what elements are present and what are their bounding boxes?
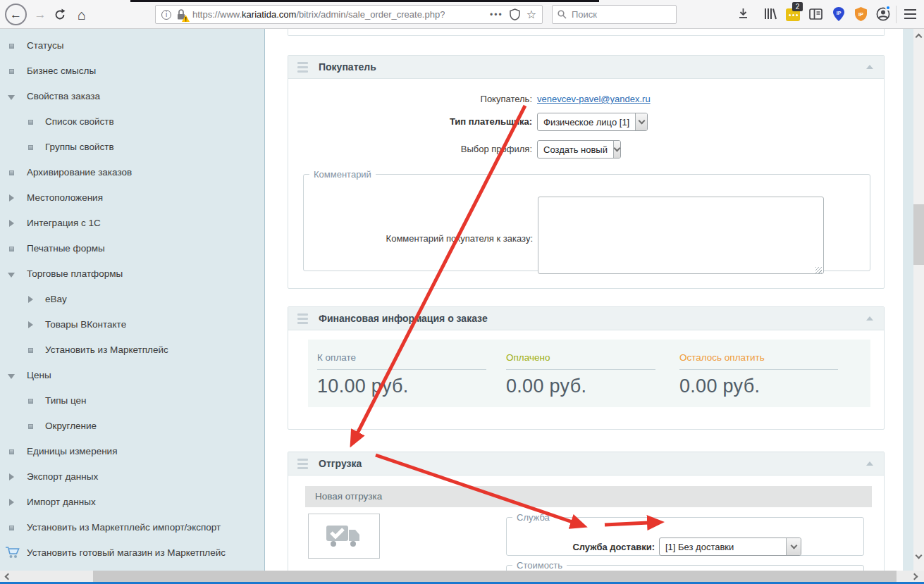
svg-text:IP: IP (858, 11, 863, 18)
triangle-right-icon[interactable] (28, 321, 33, 328)
collapse-arrow-icon[interactable] (866, 65, 873, 69)
cart-icon (5, 546, 20, 562)
sidebar-item-statuses[interactable]: Статусы (0, 33, 264, 58)
sidebar-item-print-forms[interactable]: Печатные формы (0, 236, 264, 261)
section-title: Отгрузка (319, 458, 362, 469)
sidebar-item-data-export[interactable]: Экспорт данных (0, 464, 264, 490)
scroll-down-button[interactable] (916, 552, 923, 559)
page-info-icon[interactable]: i (161, 10, 171, 20)
triangle-down-icon[interactable] (8, 273, 15, 278)
sidebar-item-trading-platforms[interactable]: Торговые платформы (0, 261, 264, 287)
select-dropdown-button[interactable] (786, 538, 801, 555)
ip-shield-extension-button[interactable]: IP (855, 7, 867, 21)
bullet-icon (28, 399, 33, 404)
sidebar-item-install-marketplace[interactable]: Установить из Маркетплейс (0, 337, 264, 363)
triangle-right-icon[interactable] (9, 194, 14, 201)
page-margin-strip (903, 29, 913, 571)
scroll-up-button[interactable] (916, 34, 923, 41)
profile-label: Выбор профиля: (310, 144, 532, 154)
sidebar-item-ebay[interactable]: eBay (0, 287, 264, 312)
triangle-down-icon[interactable] (8, 95, 15, 100)
sidebar-panel-button[interactable] (809, 8, 823, 20)
vertical-scroll-thumb[interactable] (913, 204, 924, 265)
bullet-icon (9, 247, 14, 251)
paid-value: 0.00 руб. (506, 375, 655, 397)
library-button[interactable] (763, 8, 777, 20)
bullet-icon (28, 424, 33, 429)
to-pay-value: 10.00 руб. (317, 375, 486, 397)
reload-button[interactable] (52, 8, 68, 22)
horizontal-scroll-thumb[interactable] (93, 571, 897, 582)
triangle-down-icon[interactable] (8, 374, 15, 379)
delivery-service-select[interactable]: [1] Без доставки (659, 538, 801, 556)
delivery-service-logo (308, 514, 380, 559)
sidebar-item-locations[interactable]: Местоположения (0, 185, 264, 211)
download-button[interactable] (737, 8, 749, 20)
sidebar-panel-icon (809, 8, 823, 20)
sidebar-item-price-types[interactable]: Типы цен (0, 388, 264, 414)
select-dropdown-button[interactable] (613, 141, 620, 158)
scroll-left-button[interactable] (5, 573, 12, 580)
sidebar-item-properties-list[interactable]: Список свойств (0, 109, 264, 135)
browser-toolbar: ← → ⌂ i https://www.kariati (0, 0, 924, 29)
library-icon (763, 8, 777, 20)
chevron-down-icon (614, 145, 621, 152)
toolbar-separator (896, 6, 897, 23)
drag-handle-icon[interactable] (297, 313, 308, 324)
forward-button[interactable]: → (32, 8, 48, 22)
collapse-arrow-icon[interactable] (866, 316, 873, 321)
horizontal-scrollbar[interactable] (0, 571, 924, 582)
bullet-icon (9, 170, 14, 175)
sidebar-item-vk-goods[interactable]: Товары ВКонтакте (0, 312, 264, 337)
sidebar-item-ready-store-marketplace[interactable]: Установить готовый магазин из Маркетплей… (0, 540, 264, 566)
triangle-right-icon[interactable] (9, 499, 14, 506)
bookmark-star-icon[interactable]: ☆ (526, 9, 536, 20)
sidebar-item-property-groups[interactable]: Группы свойств (0, 135, 264, 160)
sidebar-item-prices[interactable]: Цены (0, 363, 264, 388)
comment-fieldset: Комментарий Комментарий покупателя к зак… (303, 169, 870, 271)
vertical-scrollbar[interactable] (913, 29, 924, 571)
url-scheme: https://www. (192, 9, 242, 20)
buyer-comment-textarea[interactable] (538, 197, 824, 274)
triangle-right-icon[interactable] (28, 296, 33, 303)
triangle-right-icon[interactable] (9, 473, 14, 480)
triangle-right-icon[interactable] (9, 220, 14, 227)
sidebar-item-order-archiving[interactable]: Архивирование заказов (0, 160, 264, 185)
ip-pin-extension-button[interactable]: IP (833, 7, 844, 21)
finance-summary-panel: К оплате 10.00 руб. Оплачено 0.00 руб. О… (308, 340, 870, 407)
buyer-label: Покупатель: (310, 94, 532, 104)
sidebar-item-rounding[interactable]: Округление (0, 414, 264, 439)
select-dropdown-button[interactable] (635, 113, 647, 130)
svg-text:IP: IP (837, 11, 842, 15)
sidebar-item-measure-units[interactable]: Единицы измерения (0, 439, 264, 464)
payer-type-select[interactable]: Физическое лицо [1] (537, 113, 648, 131)
sidebar-item-business-meanings[interactable]: Бизнес смыслы (0, 58, 264, 84)
sidebar-item-1c-integration[interactable]: Интеграция с 1С (0, 211, 264, 236)
sidebar-item-order-properties[interactable]: Свойства заказа (0, 84, 264, 109)
sidebar-item-marketplace-import-export[interactable]: Установить из Маркетплейс импорт/экспорт (0, 515, 264, 540)
section-shipment-header: Отгрузка (288, 452, 884, 476)
url-text[interactable]: https://www.kariatida.com/bitrix/admin/s… (192, 9, 445, 20)
drag-handle-icon[interactable] (297, 459, 308, 469)
sidebar-item-data-import[interactable]: Импорт данных (0, 490, 264, 515)
resize-grip-icon[interactable] (815, 267, 822, 273)
buyer-email-link[interactable]: venevcev-pavel@yandex.ru (537, 94, 651, 104)
back-button[interactable]: ← (5, 4, 27, 25)
insecure-lock-icon[interactable] (176, 8, 187, 20)
download-icon (737, 8, 749, 20)
orange-shield-icon: IP (855, 7, 867, 21)
url-bar[interactable]: i https://www.kariatida.com/bitrix/admin… (155, 5, 543, 24)
menu-button[interactable] (904, 9, 916, 19)
bullet-icon (9, 449, 14, 454)
section-finance-header: Финансовая информация о заказе (288, 307, 884, 330)
profile-select[interactable]: Создать новый (537, 140, 621, 159)
collapse-arrow-icon[interactable] (866, 461, 873, 466)
drag-handle-icon[interactable] (297, 62, 308, 73)
remaining-value: 0.00 руб. (679, 375, 838, 397)
scroll-right-button[interactable] (911, 573, 918, 580)
page-actions-icon[interactable]: ••• (490, 10, 503, 20)
search-bar[interactable] (552, 5, 677, 24)
home-button[interactable]: ⌂ (73, 6, 90, 24)
search-input[interactable] (572, 9, 656, 20)
tracking-protection-icon[interactable] (510, 8, 520, 20)
